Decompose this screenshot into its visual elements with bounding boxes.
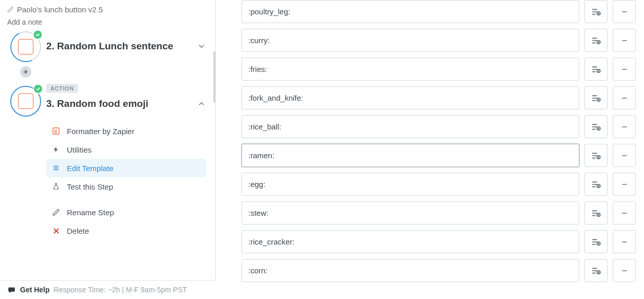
insert-field-icon [591,180,601,189]
insert-field-icon [591,267,601,275]
item-input[interactable]: :rice_cracker: [242,230,579,253]
item-input[interactable]: :corn: [242,259,579,282]
insert-field-icon [591,94,601,102]
item-input[interactable]: :ramen: [242,144,579,167]
remove-item-button[interactable] [613,29,636,52]
help-bar: Get Help Response Time: ~2h | M-F 9am-5p… [0,280,216,299]
minus-icon [620,65,629,73]
sidebar: Paolo's lunch button v2.5 Add a note + [0,0,216,280]
item-row: :egg: [242,173,636,196]
chat-icon [7,286,16,294]
response-time: Response Time: ~2h | M-F 9am-5pm PST [54,286,187,294]
add-note-link[interactable]: Add a note [0,16,215,31]
step-3[interactable]: ACTION 3. Random food emoji Formatter by… [5,82,215,240]
item-row: :ramen: [242,144,636,167]
menu-test-step[interactable]: Test this Step [46,177,206,196]
scrollbar[interactable] [213,51,216,103]
step-3-title: 3. Random food emoji [46,98,148,109]
steps-list: + 2. Random Lunch sentence [0,31,215,240]
menu-label: Rename Step [67,208,114,217]
bolt-icon [51,145,61,154]
insert-field-button[interactable] [584,173,608,196]
minus-icon [620,123,629,131]
minus-icon [620,267,629,275]
menu-rename-step[interactable]: Rename Step [46,203,206,221]
insert-field-button[interactable] [584,86,608,109]
item-row: :stew: [242,201,636,225]
item-value: :fork_and_knife: [248,94,303,102]
menu-label: Formatter by Zapier [67,127,135,136]
remove-item-button[interactable] [613,144,636,167]
insert-field-button[interactable] [584,29,608,52]
remove-item-button[interactable] [613,173,636,196]
insert-field-icon [591,152,601,160]
menu-label: Utilities [67,145,91,154]
get-help-link[interactable]: Get Help [20,286,50,294]
remove-item-button[interactable] [613,86,636,109]
item-row: :rice_ball: [242,115,636,138]
pencil-icon [51,208,61,217]
item-input[interactable]: :poultry_leg: [242,0,579,23]
remove-item-button[interactable] [613,201,636,225]
insert-field-button[interactable] [584,115,608,138]
item-input[interactable]: :fries: [242,58,579,81]
remove-item-button[interactable] [613,115,636,138]
minus-icon [620,238,629,246]
item-value: :corn: [248,266,268,275]
item-value: :fries: [248,65,267,73]
menu-delete[interactable]: Delete [46,221,206,240]
item-input[interactable]: :egg: [242,173,579,196]
main-content: :poultry_leg::curry::fries::fork_and_kni… [221,0,644,299]
insert-field-button[interactable] [584,201,608,225]
remove-item-button[interactable] [613,58,636,81]
remove-item-button[interactable] [613,259,636,282]
item-value: :ramen: [248,151,274,160]
item-input[interactable]: :fork_and_knife: [242,86,579,109]
list-icon [51,163,61,173]
menu-label: Delete [67,227,89,235]
step-2-ring [6,27,46,67]
item-row: :fries: [242,58,636,81]
menu-label: Edit Template [67,164,114,173]
remove-item-button[interactable] [613,230,636,253]
minus-icon [620,152,629,160]
insert-field-button[interactable] [584,0,608,23]
item-row: :fork_and_knife: [242,86,636,109]
menu-utilities[interactable]: Utilities [46,140,206,159]
chevron-down-icon[interactable] [197,42,206,51]
item-value: :rice_cracker: [248,237,295,246]
item-input[interactable]: :curry: [242,29,579,52]
add-step-button[interactable]: + [20,66,31,78]
item-row: :rice_cracker: [242,230,636,253]
insert-field-button[interactable] [584,58,608,81]
step-2[interactable]: + 2. Random Lunch sentence [5,31,215,82]
x-icon [51,226,61,235]
minus-icon [620,8,629,16]
insert-field-icon [591,65,601,73]
insert-field-button[interactable] [584,230,608,253]
formatter-icon [51,126,61,136]
chevron-up-icon[interactable] [197,99,206,108]
title-bar[interactable]: Paolo's lunch button v2.5 [0,0,215,16]
action-pill: ACTION [46,84,78,93]
item-value: :curry: [248,36,270,45]
insert-field-icon [591,123,601,131]
pencil-icon [7,6,14,13]
item-value: :poultry_leg: [248,7,290,16]
menu-formatter[interactable]: Formatter by Zapier [46,122,206,140]
menu-edit-template[interactable]: Edit Template [46,159,206,177]
menu-label: Test this Step [67,182,113,191]
insert-field-icon [591,36,601,45]
insert-field-button[interactable] [584,144,608,167]
step-2-title: 2. Random Lunch sentence [46,41,173,52]
remove-item-button[interactable] [613,0,636,23]
item-input[interactable]: :stew: [242,201,579,225]
flask-icon [51,182,61,191]
item-row: :corn: [242,259,636,282]
step-3-menu: Formatter by Zapier Utilities Edit Templ… [46,122,206,240]
insert-field-button[interactable] [584,259,608,282]
step-3-ring [10,86,41,117]
item-value: :egg: [248,180,265,189]
check-icon [33,84,43,94]
item-input[interactable]: :rice_ball: [242,115,579,138]
